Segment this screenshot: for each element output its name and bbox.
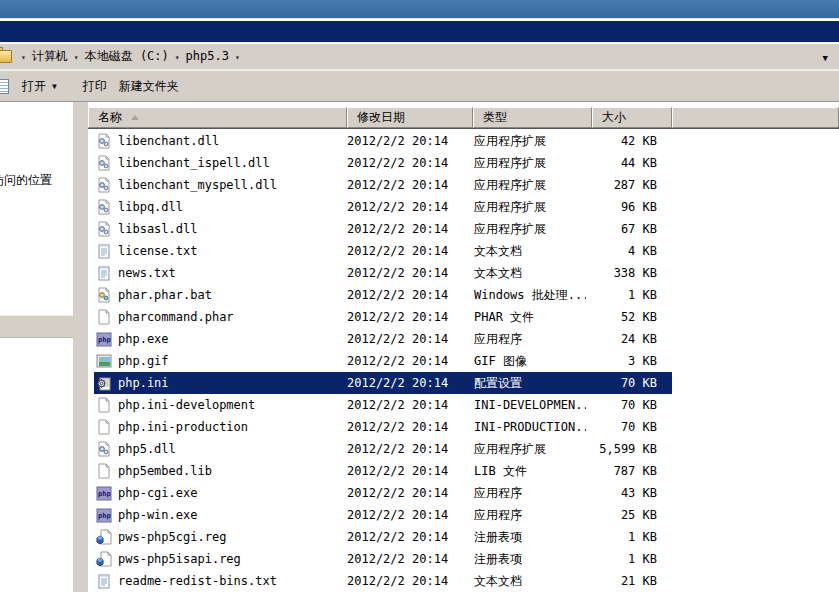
active-window-titlebar[interactable] [0, 20, 839, 43]
column-header-name[interactable]: 名称 [88, 107, 347, 128]
file-date: 2012/2/2 20:14 [341, 398, 467, 412]
file-date: 2012/2/2 20:14 [341, 332, 467, 346]
file-name-cell: php5embed.lib [94, 463, 341, 479]
file-row[interactable]: libsasl.dll2012/2/2 20:14应用程序扩展67 KB [94, 218, 672, 240]
file-type: 应用程序 [467, 485, 586, 502]
file-row[interactable]: php5embed.lib2012/2/2 20:14LIB 文件787 KB [94, 460, 672, 482]
file-row[interactable]: pws-php5isapi.reg2012/2/2 20:14注册表项1 KB [94, 548, 672, 570]
file-name: libenchant_ispell.dll [118, 156, 270, 170]
file-row[interactable]: phar.phar.bat2012/2/2 20:14Windows 批处理..… [94, 284, 672, 306]
file-size: 1 KB [586, 530, 666, 544]
file-size: 4 KB [586, 244, 666, 258]
file-name: php.gif [118, 354, 169, 368]
file-date: 2012/2/2 20:14 [341, 200, 467, 214]
file-name: pws-php5cgi.reg [118, 530, 226, 544]
file-row[interactable]: libenchant_ispell.dll2012/2/2 20:14应用程序扩… [94, 152, 672, 174]
file-name: readme-redist-bins.txt [118, 574, 277, 588]
file-date: 2012/2/2 20:14 [341, 156, 467, 170]
file-row[interactable]: pharcommand.phar2012/2/2 20:14PHAR 文件52 … [94, 306, 672, 328]
chevron-icon[interactable]: ▾ [17, 53, 30, 62]
file-date: 2012/2/2 20:14 [341, 464, 467, 478]
file-name: php.ini-development [118, 398, 255, 412]
file-type: Windows 批处理... [467, 287, 586, 304]
file-name-cell: pharcommand.phar [94, 309, 341, 325]
file-name: pharcommand.phar [118, 310, 234, 324]
text-icon [96, 243, 112, 259]
dll-icon [96, 177, 112, 193]
file-row[interactable]: php5.dll2012/2/2 20:14应用程序扩展5,599 KB [94, 438, 672, 460]
file-size: 3 KB [586, 354, 666, 368]
file-name-cell: phpphp-win.exe [94, 507, 341, 523]
file-date: 2012/2/2 20:14 [341, 354, 467, 368]
file-icon [96, 397, 112, 413]
file-row[interactable]: phpphp-cgi.exe2012/2/2 20:14应用程序43 KB [94, 482, 672, 504]
file-icon [96, 419, 112, 435]
address-dropdown-icon[interactable]: ▼ [823, 53, 828, 63]
file-date: 2012/2/2 20:14 [341, 552, 467, 566]
file-date: 2012/2/2 20:14 [341, 530, 467, 544]
column-header-type[interactable]: 类型 [473, 107, 592, 128]
file-row[interactable]: php.gif2012/2/2 20:14GIF 图像3 KB [94, 350, 672, 372]
column-header-date[interactable]: 修改日期 [347, 107, 473, 128]
chevron-icon[interactable]: ▾ [171, 53, 184, 62]
breadcrumb-item[interactable]: 计算机 [30, 49, 70, 63]
php-exe-icon: php [96, 485, 112, 501]
file-name: libenchant.dll [118, 134, 219, 148]
address-bar[interactable]: ▾计算机▾本地磁盘 (C:)▾php5.3▾ ▼ [0, 44, 839, 71]
file-name: phar.phar.bat [118, 288, 212, 302]
file-row[interactable]: php.ini-development2012/2/2 20:14INI-DEV… [94, 394, 672, 416]
file-date: 2012/2/2 20:14 [341, 574, 467, 588]
file-row[interactable]: php.ini-production2012/2/2 20:14INI-PROD… [94, 416, 672, 438]
file-row[interactable]: phpphp.exe2012/2/2 20:14应用程序24 KB [94, 328, 672, 350]
svg-text:php: php [98, 336, 111, 344]
file-size: 44 KB [586, 156, 666, 170]
breadcrumb-item[interactable]: php5.3 [184, 49, 231, 63]
folders-bar[interactable] [0, 315, 73, 338]
column-header-size[interactable]: 大小 [592, 107, 672, 128]
file-name: php.exe [118, 332, 169, 346]
file-type: INI-PRODUCTION... [467, 420, 586, 434]
print-button[interactable]: 打印 [77, 76, 113, 97]
file-name-cell: php5.dll [94, 441, 341, 457]
file-name: php5embed.lib [118, 464, 212, 478]
file-type: LIB 文件 [467, 463, 586, 480]
file-size: 1 KB [586, 552, 666, 566]
chevron-down-icon[interactable]: ▼ [52, 82, 57, 91]
file-size: 25 KB [586, 508, 666, 522]
breadcrumb-item[interactable]: 本地磁盘 (C:) [83, 49, 171, 63]
chevron-icon[interactable]: ▾ [70, 53, 83, 62]
pane-divider[interactable] [73, 102, 88, 592]
notepad-icon [0, 79, 9, 94]
file-date: 2012/2/2 20:14 [341, 178, 467, 192]
breadcrumb: ▾计算机▾本地磁盘 (C:)▾php5.3▾ [17, 48, 244, 65]
file-row[interactable]: readme-redist-bins.txt2012/2/2 20:14文本文档… [94, 570, 672, 592]
file-row[interactable]: libpq.dll2012/2/2 20:14应用程序扩展96 KB [94, 196, 672, 218]
file-row[interactable]: news.txt2012/2/2 20:14文本文档338 KB [94, 262, 672, 284]
file-date: 2012/2/2 20:14 [341, 420, 467, 434]
file-date: 2012/2/2 20:14 [341, 222, 467, 236]
file-row[interactable]: pws-php5cgi.reg2012/2/2 20:14注册表项1 KB [94, 526, 672, 548]
file-size: 52 KB [586, 310, 666, 324]
file-name-cell: pws-php5cgi.reg [94, 529, 341, 545]
php-exe-icon: php [96, 331, 112, 347]
file-row[interactable]: phpphp-win.exe2012/2/2 20:14应用程序25 KB [94, 504, 672, 526]
file-size: 287 KB [586, 178, 666, 192]
dll-icon [96, 133, 112, 149]
file-row[interactable]: license.txt2012/2/2 20:14文本文档4 KB [94, 240, 672, 262]
file-name-cell: libenchant_myspell.dll [94, 177, 341, 193]
chevron-icon[interactable]: ▾ [231, 53, 244, 62]
file-row[interactable]: libenchant_myspell.dll2012/2/2 20:14应用程序… [94, 174, 672, 196]
new-folder-button[interactable]: 新建文件夹 [113, 76, 185, 97]
file-type: 注册表项 [467, 551, 586, 568]
file-size: 5,599 KB [586, 442, 666, 456]
file-row[interactable]: libenchant.dll2012/2/2 20:14应用程序扩展42 KB [94, 130, 672, 152]
file-name-cell: php.ini [94, 375, 341, 391]
sidebar-item-recent-places[interactable]: 访问的位置 [0, 172, 52, 189]
dll-icon [96, 199, 112, 215]
file-name-cell: libsasl.dll [94, 221, 341, 237]
file-type: 文本文档 [467, 265, 586, 282]
file-size: 21 KB [586, 574, 666, 588]
open-button[interactable]: 打开 ▼ [16, 76, 63, 97]
file-row-selected[interactable]: php.ini2012/2/2 20:14配置设置70 KB [94, 372, 672, 394]
file-size: 67 KB [586, 222, 666, 236]
